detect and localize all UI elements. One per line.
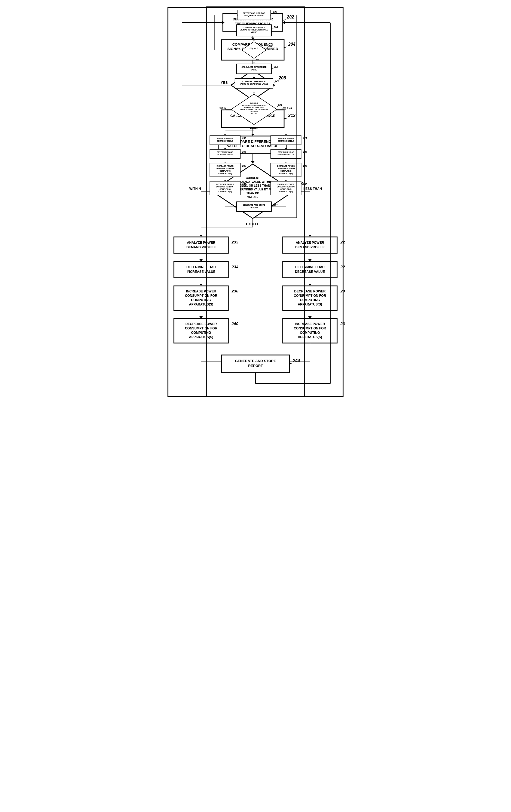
inc-power-right-label-1: INCREASE POWER (295, 322, 325, 326)
detect-label-2: FREQUENCY SIGNAL (234, 22, 271, 26)
inc-power-label-1: INCREASE POWER (186, 289, 216, 293)
det-inc-label-2: INCREASE VALUE (187, 270, 215, 274)
svg-marker-139 (251, 67, 254, 69)
within-label: WITHIN (189, 187, 201, 191)
analyze-left-label-1: ANALYZE POWER (187, 241, 216, 244)
detect-label: DETECT AND MONITOR (233, 17, 273, 21)
svg-line-149 (284, 118, 287, 119)
gen-report-label-1: GENERATE AND STORE (235, 359, 276, 363)
ref-233: 233 (231, 240, 238, 244)
ref-234: 234 (231, 264, 238, 269)
no-label: NO (256, 100, 262, 105)
less-than-label: LESS THAN (303, 187, 322, 191)
compare-diff-label-2: VALUE TO DEADBAND VALUE (227, 144, 279, 148)
ref-225: 225 (340, 240, 345, 244)
freq-diamond-label-1: CURRENT (246, 176, 260, 179)
dec-power-left-label-1: DECREASE POWER (185, 322, 217, 326)
dec-power-right-label-3: COMPUTING (300, 298, 320, 302)
ref-230: 230 (340, 289, 345, 293)
analyze-right-label-1: ANALYZE POWER (296, 241, 324, 244)
svg-marker-156 (212, 164, 293, 219)
ref-224: 224 (296, 181, 304, 186)
svg-line-141 (275, 81, 278, 82)
det-inc-label-1: DETERMINE LOAD (187, 265, 216, 269)
svg-rect-167 (174, 237, 228, 253)
inc-power-right-label-3: COMPUTING (300, 331, 320, 335)
dec-power-right-label-2: CONSUMPTION FOR (294, 294, 326, 298)
ref-240: 240 (231, 321, 238, 326)
equal-diamond-label: EQUAL? (245, 83, 261, 87)
dec-power-left-label-4: APPARATUS(S) (189, 335, 213, 339)
svg-rect-180 (283, 237, 337, 253)
freq-diamond-label-6: VALUE? (247, 195, 258, 199)
inc-power-right-label-2: CONSUMPTION FOR (294, 326, 326, 330)
inc-power-label-4: APPARATUS(S) (189, 302, 213, 306)
dec-power-right-label-1: DECREASE POWER (294, 289, 326, 293)
ref-212: 212 (288, 113, 295, 118)
freq-diamond-label-3: EXCEED, OR LESS THAN (235, 184, 270, 187)
dec-power-left-label-2: CONSUMPTION FOR (185, 326, 218, 330)
det-dec-label-2: DECREASE VALUE (295, 270, 325, 274)
svg-marker-155 (251, 161, 254, 164)
svg-rect-183 (283, 261, 337, 278)
ref-232: 232 (340, 321, 345, 326)
yes-label: YES (221, 81, 228, 85)
compare-freq-label-2: SIGNAL TO PREDETERMINED (227, 47, 278, 51)
freq-diamond-label-5: THAN DB (246, 192, 259, 195)
analyze-left-label-2: DEMAND PROFILE (187, 245, 216, 249)
calc-diff-label-1: CALCULATE DIFFERENCE (230, 114, 275, 118)
inc-power-label-2: CONSUMPTION FOR (185, 294, 218, 298)
inc-power-label-3: COMPUTING (191, 298, 211, 302)
svg-line-133 (283, 20, 286, 21)
ref-208: 208 (278, 76, 286, 80)
inc-power-right-label-4: APPARATUS(S) (298, 335, 322, 339)
compare-diff-label-1: COMPARE DIFFERENCE (232, 140, 274, 144)
det-dec-label-1: DETERMINE LOAD (295, 265, 324, 269)
freq-diamond-label-4: PREDETERMINED VALUE BY MORE (228, 188, 277, 191)
compare-freq-label-1: COMPARE FREQUENCY (232, 42, 274, 47)
ref-218: 218 (290, 139, 298, 144)
svg-line-137 (284, 47, 287, 48)
dec-power-left-label-3: COMPUTING (191, 331, 211, 335)
ref-228: 228 (340, 264, 345, 269)
diagram-container: DETECT AND MONITOR FREQUENCY SIGNAL 202 … (166, 5, 345, 401)
freq-diamond-label-2: FREQUENCY VALUE WITHIN, (233, 180, 273, 183)
ref-202: 202 (286, 15, 294, 19)
ref-244: 244 (292, 358, 300, 363)
analyze-right-label-2: DEMAND PROFILE (295, 245, 324, 249)
gen-report-label-2: REPORT (248, 364, 263, 368)
ref-238: 238 (231, 289, 238, 293)
calc-diff-label-2: VALUE (247, 119, 258, 123)
compare-freq-label-3: VALUE (247, 51, 258, 55)
dec-power-right-label-4: APPARATUS(S) (298, 302, 322, 306)
svg-rect-170 (174, 261, 228, 278)
svg-line-157 (293, 186, 295, 187)
ref-204: 204 (288, 42, 295, 47)
flowchart-diagram: DETECT AND MONITOR FREQUENCY SIGNAL 202 … (166, 5, 345, 400)
